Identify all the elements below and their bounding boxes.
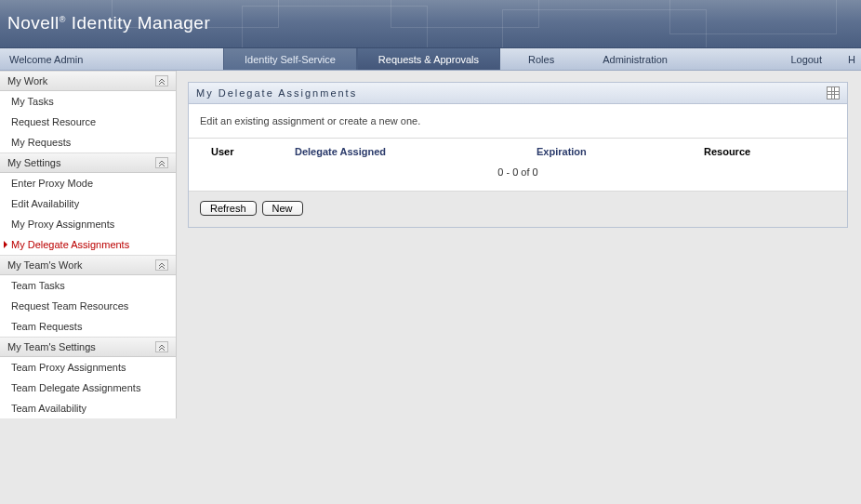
sidebar-section-header[interactable]: My Team's Work	[0, 255, 176, 275]
nav-administration[interactable]: Administration	[582, 48, 688, 70]
sidebar-item-label: Team Tasks	[11, 280, 65, 291]
panel-actions: Refresh New	[189, 191, 847, 227]
sidebar-item[interactable]: Team Proxy Assignments	[0, 357, 176, 378]
sidebar-item-label: Team Requests	[11, 321, 82, 332]
sidebar-section-header[interactable]: My Team's Settings	[0, 337, 176, 357]
nav-requests-approvals[interactable]: Requests & Approvals	[357, 48, 500, 70]
sidebar-item-label: Enter Proxy Mode	[11, 178, 93, 189]
nav-identity-self-service[interactable]: Identity Self-Service	[223, 48, 357, 70]
sidebar-item[interactable]: Request Resource	[0, 112, 176, 132]
refresh-button[interactable]: Refresh	[200, 201, 257, 216]
sidebar-section-header[interactable]: My Work	[0, 71, 176, 91]
welcome-text: Welcome Admin	[0, 48, 177, 70]
collapse-icon[interactable]	[155, 341, 168, 352]
brand-name: Novell	[7, 13, 60, 33]
nav-logout[interactable]: Logout	[770, 48, 842, 70]
sidebar-item[interactable]: My Tasks	[0, 91, 176, 112]
sidebar-item[interactable]: Team Delegate Assignments	[0, 378, 176, 398]
sidebar-section-title: My Work	[7, 75, 47, 86]
sidebar-section-title: My Team's Settings	[7, 341, 96, 352]
col-resource[interactable]: Resource	[704, 146, 836, 157]
brand-reg: ®	[60, 15, 66, 24]
sidebar-section-title: My Settings	[7, 157, 60, 168]
sidebar-item-label: Team Availability	[11, 403, 86, 414]
collapse-icon[interactable]	[155, 75, 168, 86]
sidebar-item-label: Edit Availability	[11, 198, 79, 209]
assignments-table: User Delegate Assigned Expiration Resour…	[189, 139, 847, 191]
col-expiration[interactable]: Expiration	[536, 146, 704, 157]
delegate-assignments-panel: My Delegate Assignments Edit an existing…	[188, 82, 848, 228]
table-header-row: User Delegate Assigned Expiration Resour…	[189, 139, 847, 163]
sidebar-item[interactable]: My Delegate Assignments	[0, 234, 176, 255]
sidebar-item[interactable]: Request Team Resources	[0, 296, 176, 316]
app-header: Novell® Identity Manager	[0, 0, 861, 48]
col-delegate[interactable]: Delegate Assigned	[295, 146, 536, 157]
brand: Novell® Identity Manager	[7, 13, 210, 33]
nav-roles[interactable]: Roles	[500, 48, 582, 70]
collapse-icon[interactable]	[155, 259, 168, 271]
sidebar-item[interactable]: Enter Proxy Mode	[0, 173, 176, 193]
sidebar-item-label: Request Resource	[11, 116, 96, 127]
sidebar-item[interactable]: Team Tasks	[0, 275, 176, 296]
collapse-icon[interactable]	[155, 157, 168, 168]
panel-subtext: Edit an existing assignment or create a …	[189, 104, 847, 139]
sidebar: My WorkMy TasksRequest ResourceMy Reques…	[0, 71, 177, 418]
brand-product: Identity Manager	[72, 13, 211, 33]
sidebar-item-label: Team Delegate Assignments	[11, 382, 140, 393]
sidebar-section-title: My Team's Work	[7, 259, 83, 271]
panel-header: My Delegate Assignments	[189, 83, 847, 104]
content-area: My Delegate Assignments Edit an existing…	[177, 71, 861, 418]
sidebar-item-label: My Requests	[11, 137, 71, 148]
col-user[interactable]: User	[211, 146, 295, 157]
sidebar-item[interactable]: Edit Availability	[0, 193, 176, 214]
sidebar-item[interactable]: Team Availability	[0, 398, 176, 418]
panel-title: My Delegate Assignments	[196, 87, 357, 99]
sidebar-item[interactable]: My Proxy Assignments	[0, 214, 176, 234]
nav-help[interactable]: H	[842, 48, 861, 70]
sidebar-section-header[interactable]: My Settings	[0, 153, 176, 173]
sidebar-item[interactable]: My Requests	[0, 132, 176, 153]
top-nav: Welcome Admin Identity Self-Service Requ…	[0, 48, 861, 71]
table-empty-text: 0 - 0 of 0	[189, 163, 847, 191]
sidebar-item-label: My Tasks	[11, 96, 54, 107]
sidebar-item-label: My Delegate Assignments	[11, 239, 129, 250]
sidebar-item-label: Request Team Resources	[11, 300, 128, 312]
grid-view-icon[interactable]	[827, 86, 840, 99]
new-button[interactable]: New	[262, 201, 303, 216]
sidebar-item-label: Team Proxy Assignments	[11, 362, 126, 373]
sidebar-item[interactable]: Team Requests	[0, 316, 176, 337]
sidebar-item-label: My Proxy Assignments	[11, 219, 114, 230]
